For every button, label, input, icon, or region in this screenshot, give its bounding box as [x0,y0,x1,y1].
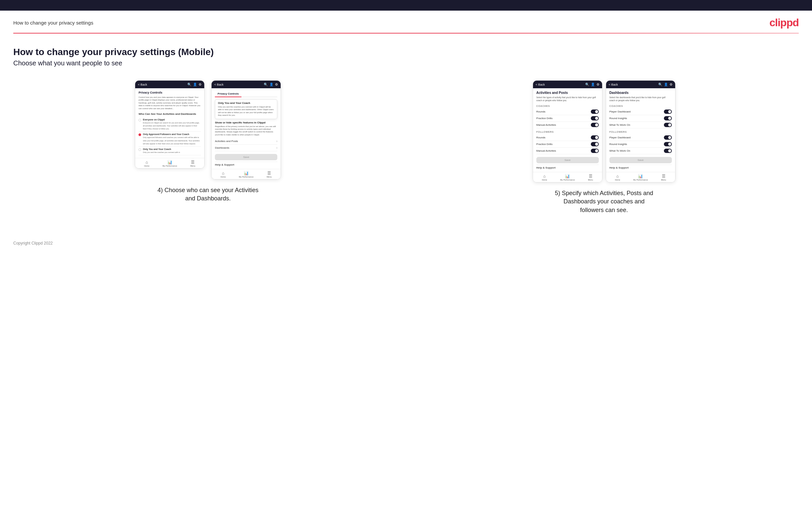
nav-menu-2[interactable]: ☰ Menu [258,171,281,178]
screenshots-row: < Back 🔍 👤 ⚙ Privacy Controls Control ho… [13,80,799,214]
back-button-3[interactable]: < Back [536,83,545,86]
search-icon-3[interactable]: 🔍 [585,82,589,86]
coaches-rounds-toggle[interactable] [591,110,599,114]
nav-icons-4: 🔍 👤 ⚙ [658,82,672,86]
home-icon-2: ⌂ [222,171,224,175]
radio-option-coach-only[interactable]: Only You and Your Coach Only you and the… [139,147,201,155]
nav-performance-3[interactable]: 📊 My Performance [556,174,579,181]
coaches-rounds-label: Rounds [536,110,546,113]
privacy-controls-desc: Control how you and your data appears to… [139,96,201,110]
coaches-drills-label: Practice Drills [536,117,553,120]
search-icon-2[interactable]: 🔍 [264,82,268,86]
coaches-label-4: COACHES [609,105,672,108]
followers-manual-row: Manual Activities [536,148,599,154]
followers-round-insights-toggle[interactable] [664,142,672,146]
followers-drills-toggle[interactable] [591,142,599,146]
settings-icon-2[interactable]: ⚙ [275,82,278,86]
show-hide-title: Show or hide specific features in Clippd [215,121,277,124]
dashboards-title: Dashboards [609,91,672,95]
dashboards-desc: Select the dashboards that you'd like to… [609,96,672,102]
nav-home-1[interactable]: ⌂ Home [135,160,158,167]
coaches-drills-row: Practice Drills [536,115,599,122]
performance-label-2: My Performance [239,176,253,178]
coaches-manual-toggle[interactable] [591,123,599,127]
activities-posts-title: Activities and Posts [536,91,599,95]
coaches-round-insights-row: Round Insights [609,115,672,122]
nav-performance-2[interactable]: 📊 My Performance [235,171,258,178]
back-button-4[interactable]: < Back [609,83,618,86]
radio-label-everyone: Everyone on Clippd [143,118,201,121]
who-can-see-label: Who Can See Your Activities and Dashboar… [139,112,201,115]
nav-menu-4[interactable]: ☰ Menu [652,174,675,181]
nav-home-3[interactable]: ⌂ Home [533,174,556,181]
coaches-what-to-work-row: What To Work On [609,122,672,128]
coaches-round-insights-toggle[interactable] [664,116,672,120]
followers-what-to-work-row: What To Work On [609,148,672,154]
profile-icon-3[interactable]: 👤 [591,82,595,86]
coaches-rounds-row: Rounds [536,109,599,115]
menu-icon-2: ☰ [267,171,271,175]
menu-label-4: Menu [661,179,666,181]
profile-icon-2[interactable]: 👤 [269,82,273,86]
performance-label-1: My Performance [162,165,177,167]
nav-performance-4[interactable]: 📊 My Performance [629,174,652,181]
coaches-player-dashboard-row: Player Dashboard [609,109,672,115]
followers-round-insights-label: Round Insights [609,143,627,146]
logo: clippd [769,16,799,29]
activities-posts-label: Activities and Posts [215,140,238,143]
followers-drills-label: Practice Drills [536,143,553,146]
home-icon-4: ⌂ [616,174,619,178]
main-content: How to change your privacy settings (Mob… [0,34,812,234]
phone-body-3: Activities and Posts Select the types of… [533,88,602,172]
coaches-what-to-work-toggle[interactable] [664,123,672,127]
phone-bottom-nav-3: ⌂ Home 📊 My Performance ☰ Menu [533,172,602,182]
followers-manual-toggle[interactable] [591,149,599,153]
screenshot-group-1: < Back 🔍 👤 ⚙ Privacy Controls Control ho… [135,80,205,179]
radio-label-approved: Only Approved Followers and Your Coach [143,133,201,135]
menu-item-dashboards[interactable]: Dashboards › [215,145,277,151]
nav-home-4[interactable]: ⌂ Home [606,174,629,181]
performance-icon-2: 📊 [244,171,249,175]
save-button-2[interactable]: Save [215,154,277,160]
nav-home-2[interactable]: ⌂ Home [211,171,235,178]
radio-option-approved-content: Only Approved Followers and Your Coach O… [143,133,201,145]
tab-privacy-controls[interactable]: Privacy Controls [215,91,242,97]
followers-player-dashboard-toggle[interactable] [664,135,672,140]
coaches-drills-toggle[interactable] [591,116,599,120]
header: How to change your privacy settings clip… [0,11,812,33]
settings-icon-3[interactable]: ⚙ [597,82,600,86]
double-group-34: < Back 🔍 👤 ⚙ Activities and Posts Select… [533,80,675,182]
followers-rounds-toggle[interactable] [591,135,599,140]
followers-what-to-work-toggle[interactable] [664,149,672,153]
coaches-player-dashboard-toggle[interactable] [664,110,672,114]
nav-menu-3[interactable]: ☰ Menu [579,174,602,181]
coaches-player-dashboard-label: Player Dashboard [609,110,631,113]
nav-performance-1[interactable]: 📊 My Performance [158,160,181,167]
profile-icon[interactable]: 👤 [193,82,197,86]
profile-icon-4[interactable]: 👤 [664,82,668,86]
popup-title: Only You and Your Coach [218,102,274,105]
back-button-1[interactable]: < Back [138,83,147,86]
followers-label-3: FOLLOWERS [536,130,599,133]
radio-option-everyone[interactable]: Everyone on Clippd Everyone on Clippd ca… [139,117,201,132]
save-button-3[interactable]: Save [536,157,599,163]
search-icon[interactable]: 🔍 [187,82,191,86]
nav-icons-3: 🔍 👤 ⚙ [585,82,600,86]
menu-item-activities[interactable]: Activities and Posts › [215,138,277,145]
radio-option-approved[interactable]: Only Approved Followers and Your Coach O… [139,132,201,146]
radio-desc-coach-only: Only you and the coaches you connect wit… [143,151,180,153]
performance-label-3: My Performance [560,179,575,181]
search-icon-4[interactable]: 🔍 [658,82,662,86]
popup-box: Only You and Your Coach Only you and the… [215,99,277,119]
followers-label-4: FOLLOWERS [609,130,672,133]
settings-icon-4[interactable]: ⚙ [669,82,672,86]
menu-label-2: Menu [267,176,272,178]
help-support-2: Help & Support [215,162,277,166]
screenshot-group-2: < Back 🔍 👤 ⚙ Privacy Controls Only You a… [211,80,281,179]
followers-rounds-label: Rounds [536,136,546,139]
caption-4: 4) Choose who can see your Activities an… [155,186,261,203]
settings-icon[interactable]: ⚙ [199,82,202,86]
back-button-2[interactable]: < Back [214,83,223,86]
save-button-4[interactable]: Save [609,157,672,163]
nav-menu-1[interactable]: ☰ Menu [181,160,204,167]
